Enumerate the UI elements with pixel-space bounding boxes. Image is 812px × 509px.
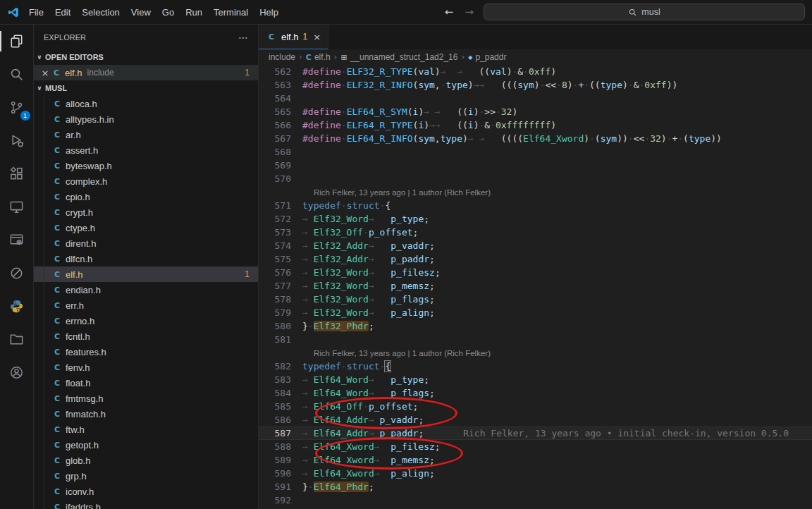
- line-number[interactable]: 589: [259, 453, 302, 467]
- history-forward-icon[interactable]: →: [459, 4, 479, 20]
- code-line-568[interactable]: 568: [259, 145, 812, 159]
- line-number[interactable]: 578: [259, 293, 302, 306]
- file-item-fnmatch.h[interactable]: Cfnmatch.h: [34, 406, 258, 422]
- line-number[interactable]: 568: [259, 145, 302, 159]
- open-editor-item-elf-h[interactable]: × C elf.h include 1: [34, 65, 258, 80]
- line-number[interactable]: 576: [259, 266, 302, 279]
- line-number[interactable]: 571: [259, 199, 302, 212]
- file-item-iconv.h[interactable]: Ciconv.h: [34, 484, 258, 499]
- code-line-592[interactable]: 592: [259, 493, 812, 507]
- file-item-ftw.h[interactable]: Cftw.h: [34, 422, 258, 437]
- line-number[interactable]: 592: [259, 493, 302, 507]
- file-item-alltypes.h.in[interactable]: Calltypes.h.in: [34, 111, 258, 127]
- code-line-574[interactable]: 574→ Elf32_Addr→ p_vaddr;: [259, 239, 812, 252]
- file-item-assert.h[interactable]: Cassert.h: [34, 142, 258, 158]
- code-line-586[interactable]: 586→ Elf64_Addr→ p_vaddr;: [259, 413, 812, 427]
- code-line-572[interactable]: 572→ Elf32_Word→ p_type;: [259, 212, 812, 226]
- menu-view[interactable]: View: [125, 5, 156, 20]
- account-icon[interactable]: [0, 356, 34, 389]
- command-center-search[interactable]: musl: [484, 4, 805, 20]
- file-item-float.h[interactable]: Cfloat.h: [34, 375, 258, 391]
- line-number[interactable]: 564: [259, 92, 302, 105]
- line-number[interactable]: 580: [259, 319, 302, 333]
- line-number[interactable]: 566: [259, 118, 302, 132]
- code-line-583[interactable]: 583→ Elf64_Word→ p_type;: [259, 373, 812, 386]
- line-number[interactable]: 577: [259, 279, 302, 293]
- line-number[interactable]: 573: [259, 226, 302, 239]
- code-line-562[interactable]: 562#define·ELF32_R_TYPE(val)→ → ((val)·&…: [259, 65, 812, 78]
- menu-file[interactable]: File: [23, 5, 49, 20]
- file-item-features.h[interactable]: Cfeatures.h: [34, 344, 258, 360]
- line-number[interactable]: 575: [259, 252, 302, 266]
- file-item-dlfcn.h[interactable]: Cdlfcn.h: [34, 251, 258, 266]
- file-item-dirent.h[interactable]: Cdirent.h: [34, 235, 258, 251]
- settings-window-icon[interactable]: [0, 223, 34, 257]
- line-number[interactable]: 588: [259, 440, 302, 453]
- code-line-571[interactable]: 571typedef·struct·{: [259, 199, 812, 212]
- source-control-icon[interactable]: 1: [0, 91, 34, 124]
- line-number[interactable]: 586: [259, 413, 302, 427]
- file-item-complex.h[interactable]: Ccomplex.h: [34, 173, 258, 189]
- line-number[interactable]: 563: [259, 78, 302, 92]
- file-item-fcntl.h[interactable]: Cfcntl.h: [34, 329, 258, 344]
- file-item-ctype.h[interactable]: Cctype.h: [34, 220, 258, 235]
- line-number[interactable]: 581: [259, 333, 302, 346]
- code-line-575[interactable]: 575→ Elf32_Addr→ p_paddr;: [259, 252, 812, 266]
- remote-explorer-icon[interactable]: [0, 190, 34, 223]
- line-number[interactable]: 590: [259, 467, 302, 480]
- breadcrumb-item-p_paddr[interactable]: ◆p_paddr: [468, 52, 506, 62]
- file-item-cpio.h[interactable]: Ccpio.h: [34, 189, 258, 204]
- code-line-584[interactable]: 584→ Elf64_Word→ p_flags;: [259, 386, 812, 400]
- code-line-589[interactable]: 589→ Elf64_Xword→ p_memsz;: [259, 453, 812, 467]
- line-number[interactable]: 574: [259, 239, 302, 252]
- code-line-576[interactable]: 576→ Elf32_Word→ p_filesz;: [259, 266, 812, 279]
- folder-musl-header[interactable]: ∨ MUSL: [34, 80, 258, 96]
- code-line-565[interactable]: 565#define·ELF64_R_SYM(i)→ → ((i)·>>·32): [259, 105, 812, 118]
- codelens-annotation[interactable]: Rich Felker, 13 years ago | 1 author (Ri…: [259, 185, 812, 199]
- line-number[interactable]: 579: [259, 306, 302, 319]
- code-line-570[interactable]: 570: [259, 172, 812, 185]
- file-item-err.h[interactable]: Cerr.h: [34, 298, 258, 313]
- folder-icon[interactable]: [0, 323, 34, 356]
- menu-go[interactable]: Go: [156, 5, 180, 20]
- code-line-573[interactable]: 573→ Elf32_Off·p_offset;: [259, 226, 812, 239]
- close-icon[interactable]: ×: [39, 68, 51, 78]
- file-item-ar.h[interactable]: Car.h: [34, 127, 258, 142]
- line-number[interactable]: 587: [259, 427, 302, 440]
- circle-slash-icon[interactable]: [0, 257, 34, 290]
- breadcrumb-item-__unnamed_struct_1ad2_16[interactable]: ⊞__unnamed_struct_1ad2_16: [340, 52, 457, 62]
- file-item-crypt.h[interactable]: Ccrypt.h: [34, 204, 258, 220]
- code-line-591[interactable]: 591}·Elf64_Phdr;: [259, 480, 812, 493]
- file-item-endian.h[interactable]: Cendian.h: [34, 282, 258, 298]
- code-line-581[interactable]: 581: [259, 333, 812, 346]
- run-debug-icon[interactable]: [0, 124, 34, 157]
- breadcrumb-item-include[interactable]: include: [269, 52, 295, 62]
- codelens-annotation[interactable]: Rich Felker, 13 years ago | 1 author (Ri…: [259, 346, 812, 360]
- code-line-578[interactable]: 578→ Elf32_Word→ p_flags;: [259, 293, 812, 306]
- line-number[interactable]: 572: [259, 212, 302, 226]
- menu-terminal[interactable]: Terminal: [208, 5, 254, 20]
- code-line-588[interactable]: 588→ Elf64_Xword→ p_filesz;: [259, 440, 812, 453]
- file-item-errno.h[interactable]: Cerrno.h: [34, 313, 258, 329]
- code-line-566[interactable]: 566#define·ELF64_R_TYPE(i)→→ ((i)·&·0xff…: [259, 118, 812, 132]
- file-item-fenv.h[interactable]: Cfenv.h: [34, 360, 258, 375]
- code-line-590[interactable]: 590→ Elf64_Xword→ p_align;: [259, 467, 812, 480]
- line-number[interactable]: 582: [259, 360, 302, 373]
- breadcrumb-item-elf.h[interactable]: Celf.h: [306, 52, 331, 62]
- line-number[interactable]: 585: [259, 400, 302, 413]
- file-item-ifaddrs.h[interactable]: Cifaddrs.h: [34, 499, 258, 509]
- menu-selection[interactable]: Selection: [76, 5, 125, 20]
- close-icon[interactable]: ×: [313, 32, 321, 42]
- file-item-byteswap.h[interactable]: Cbyteswap.h: [34, 158, 258, 173]
- file-item-fmtmsg.h[interactable]: Cfmtmsg.h: [34, 391, 258, 406]
- code-line-564[interactable]: 564: [259, 92, 812, 105]
- explorer-icon[interactable]: [0, 25, 34, 58]
- line-number[interactable]: 562: [259, 65, 302, 78]
- code-line-567[interactable]: 567#define·ELF64_R_INFO(sym,type)→ → (((…: [259, 132, 812, 145]
- code-line-579[interactable]: 579→ Elf32_Word→ p_align;: [259, 306, 812, 319]
- more-actions-icon[interactable]: ⋯: [238, 32, 248, 43]
- file-item-alloca.h[interactable]: Calloca.h: [34, 96, 258, 111]
- code-editor[interactable]: 562#define·ELF32_R_TYPE(val)→ → ((val)·&…: [259, 65, 812, 509]
- python-icon[interactable]: [0, 290, 34, 323]
- extensions-icon[interactable]: [0, 157, 34, 190]
